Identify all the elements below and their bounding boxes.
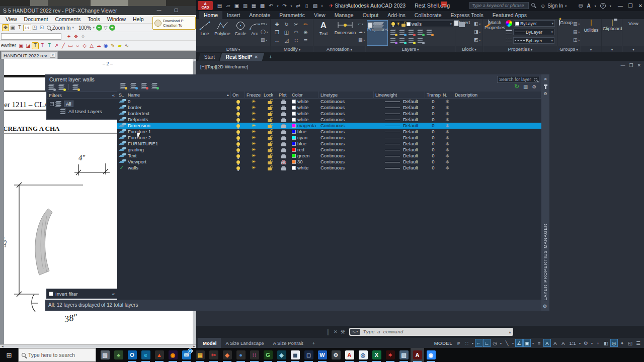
stretch-icon[interactable]: ↔ xyxy=(273,37,281,44)
layer-row-text[interactable]: Text ☀ green Continuous Default 0 ✻ xyxy=(117,153,541,159)
dwg-close-button[interactable]: ✕ xyxy=(637,63,641,68)
viewport-controls[interactable]: [−][Top][2D Wireframe] xyxy=(200,64,248,69)
pdf-menu-window[interactable]: Window xyxy=(104,16,129,22)
taskbar-app-orange-app[interactable]: ◆ xyxy=(220,348,234,362)
layer-freeze-cell[interactable]: ☀ xyxy=(245,165,262,171)
layer-on-cell[interactable] xyxy=(231,147,245,153)
download-pdf-tools-button[interactable]: Download PCreation To xyxy=(152,17,196,30)
file-tab-document[interactable]: Rest Shell*✕ xyxy=(220,53,265,61)
share-button[interactable]: ✈Share xyxy=(329,3,348,9)
layer-linetype-cell[interactable]: Continuous xyxy=(318,159,374,165)
fit-width-icon[interactable]: ⊡ xyxy=(38,24,45,31)
pdf-menu-view[interactable]: View xyxy=(2,16,21,22)
taskbar-app-spiral-app[interactable]: ◎ xyxy=(356,348,370,362)
layer-transparency-cell[interactable]: 0 xyxy=(425,135,441,141)
rotate-icon[interactable]: ↻ xyxy=(283,21,290,28)
column-header-status[interactable]: S.. xyxy=(117,92,126,99)
layer-linetype-cell[interactable]: Continuous xyxy=(318,129,374,135)
redo-icon[interactable]: ↷ xyxy=(281,3,288,9)
underline-text-icon[interactable]: T xyxy=(46,42,53,49)
taskbar-app-red-tool-app[interactable]: ✂ xyxy=(207,348,220,362)
cmd-history-icon[interactable]: ▴ xyxy=(509,330,511,334)
taskbar-app-creature-app[interactable]: ✶ xyxy=(383,348,397,362)
layer-freeze-cell[interactable]: ☀ xyxy=(245,141,262,147)
infer-constraints-icon[interactable]: ⌐ xyxy=(475,339,482,347)
start-button[interactable]: ⊞ xyxy=(0,348,18,362)
taskbar-app-photo-viewer[interactable]: ▨ xyxy=(397,348,411,362)
column-header-transparency[interactable]: Transp... xyxy=(425,92,441,99)
utilities-panel-footer[interactable] xyxy=(581,46,601,52)
new-property-filter-icon[interactable] xyxy=(48,84,55,90)
taskbar-app-zoom[interactable]: ◉ xyxy=(424,348,438,362)
layer-on-cell[interactable] xyxy=(231,165,245,171)
ribbon-tab-manage[interactable]: Manage xyxy=(330,11,358,19)
layer-plot-cell[interactable] xyxy=(277,105,290,111)
layer-plot-cell[interactable] xyxy=(277,135,290,141)
layer-description-cell[interactable] xyxy=(453,123,541,129)
zoom-in-circle-icon[interactable]: + xyxy=(109,25,115,31)
autocad-titlebar[interactable]: ACAD ▤▱▣▥▦▩↶▾↷▾⇄▯▧▾ ✈Share Autodesk Auto… xyxy=(196,0,644,11)
layer-linetype-cell[interactable]: Continuous xyxy=(318,117,374,123)
delete-layer-icon[interactable] xyxy=(141,83,147,88)
annotation-monitor-icon[interactable]: + xyxy=(594,339,602,347)
layer-row-grading[interactable]: grading ☀ red Continuous Default 0 ✻ xyxy=(117,147,541,153)
trim-icon[interactable]: ✂ xyxy=(292,21,300,28)
layer-color-cell[interactable]: 30 xyxy=(290,159,318,165)
layer-vpfreeze-cell[interactable]: ✻ xyxy=(441,129,453,135)
prev-layer-icon[interactable] xyxy=(390,38,396,43)
layer-on-cell[interactable] xyxy=(231,117,245,123)
layer-lineweight-cell[interactable]: Default xyxy=(374,111,425,117)
layer-row-viewport[interactable]: Viewport ☀ 30 Continuous Default 0 ✻ xyxy=(117,159,541,165)
qat-dropdown-icon[interactable]: ▾ xyxy=(320,4,324,8)
save-as-icon[interactable]: ▥ xyxy=(242,3,249,9)
pdf-tab-close-icon[interactable]: x xyxy=(50,53,55,58)
select-text-icon[interactable]: T xyxy=(16,24,23,31)
layer-lineweight-cell[interactable]: Default xyxy=(374,117,425,123)
pdf-maximize-button[interactable]: ▢ xyxy=(172,7,180,14)
rectangle-tool-icon[interactable]: ▭ xyxy=(67,42,74,49)
lineweight-display-icon[interactable]: ≡ xyxy=(535,339,543,347)
autocad-logo[interactable]: ACAD xyxy=(198,1,213,10)
ribbon-tab-add-ins[interactable]: Add-ins xyxy=(383,11,410,19)
taskbar-app-excel[interactable]: X xyxy=(370,348,383,362)
filters-header[interactable]: Filters « xyxy=(46,92,117,99)
layout-tab-a-size-landscape[interactable]: A Size Landscape xyxy=(221,338,268,348)
snap-dropdown-icon[interactable]: ▾ xyxy=(471,339,474,347)
layer-on-cell[interactable] xyxy=(231,135,245,141)
taskbar-app-word[interactable]: W xyxy=(315,348,329,362)
eraser-icon[interactable]: ◊ xyxy=(79,33,87,40)
layer-plot-cell[interactable] xyxy=(277,123,290,129)
layer-lock-cell[interactable] xyxy=(262,105,277,111)
redo-dropdown-icon[interactable]: ▾ xyxy=(289,4,293,8)
polygon-line-tool-icon[interactable]: ◇ xyxy=(81,42,88,49)
layer-freeze-cell[interactable]: ☀ xyxy=(245,129,262,135)
cloud-tool-icon[interactable]: ☁ xyxy=(95,42,102,49)
search-icon[interactable] xyxy=(531,3,535,7)
dwg-restore-button[interactable]: ❐ xyxy=(629,63,633,68)
new-layer-vp-freeze-icon[interactable] xyxy=(130,83,137,88)
layer-on-cell[interactable] xyxy=(231,129,245,135)
workspace-icon[interactable]: ⚙ xyxy=(582,339,590,347)
layer-lock-cell[interactable] xyxy=(262,147,277,153)
set-current-icon[interactable] xyxy=(151,83,158,88)
new-group-filter-icon[interactable] xyxy=(58,84,65,90)
ribbon-tab-annotate[interactable]: Annotate xyxy=(245,11,275,19)
file-tab-close-icon[interactable]: ✕ xyxy=(255,55,258,59)
pdf-minimize-button[interactable]: — xyxy=(155,7,163,14)
layer-lock-cell[interactable] xyxy=(262,159,277,165)
layer-vpfreeze-cell[interactable]: ✻ xyxy=(441,159,453,165)
match-layer-icon[interactable] xyxy=(426,30,433,35)
layer-description-cell[interactable] xyxy=(453,153,541,159)
layer-description-cell[interactable] xyxy=(453,117,541,123)
layout-tab-a-size-portrait[interactable]: A Size Portrait xyxy=(269,338,308,348)
app-store-icon[interactable]: ⛁ xyxy=(579,3,583,9)
layer-linetype-cell[interactable]: Continuous xyxy=(318,153,374,159)
layer-freeze-cell[interactable]: ☀ xyxy=(245,105,262,111)
layer-transparency-cell[interactable]: 0 xyxy=(425,99,441,105)
undo-icon[interactable]: ↶ xyxy=(267,3,275,9)
fit-page-icon[interactable]: ◳ xyxy=(31,24,38,31)
layer-vpfreeze-cell[interactable]: ✻ xyxy=(441,135,453,141)
layer-lock-cell[interactable] xyxy=(262,129,277,135)
block-create-icon[interactable]: ◧ xyxy=(474,21,480,27)
column-header-new-vp-freeze[interactable]: N. xyxy=(441,92,453,99)
